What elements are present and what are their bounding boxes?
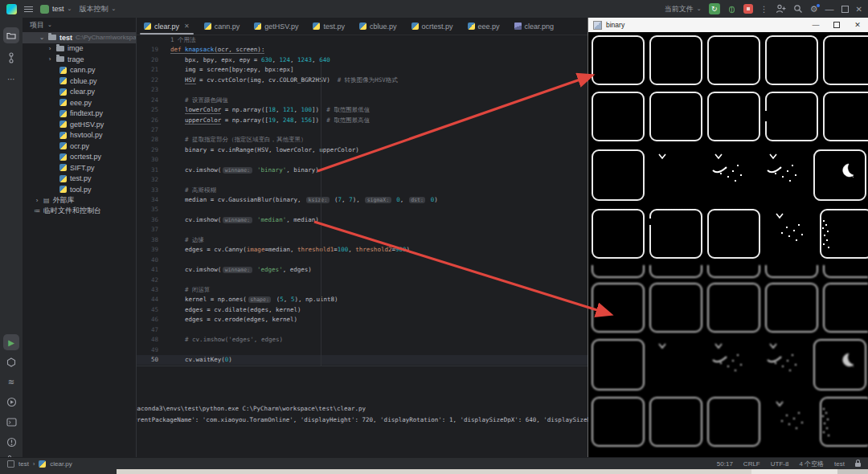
- grid-cell-box: [707, 35, 760, 85]
- grid-cell-swoosh: [704, 339, 754, 387]
- breadcrumb-file[interactable]: clear.py: [50, 460, 72, 468]
- python-file-icon: [59, 77, 67, 84]
- minimize-button[interactable]: —: [805, 18, 826, 32]
- tree-item-label: getHSV.py: [70, 121, 104, 129]
- tree-item-clear.py[interactable]: clear.py: [23, 87, 136, 98]
- project-panel: 项目 ⌄ ⌄testC:\PyCharm\workspace\test›imge…: [23, 18, 137, 458]
- tree-item-ocr.py[interactable]: ocr.py: [23, 141, 136, 152]
- terminal-tool-icon[interactable]: [3, 414, 19, 430]
- tab-label: ocrtest.py: [422, 22, 453, 31]
- chevron-down-icon: ⌄: [697, 6, 702, 12]
- binary-window-titlebar[interactable]: binary — ✕: [588, 18, 868, 32]
- tree-item-test.py[interactable]: test.py: [23, 174, 136, 185]
- problems-tool-icon[interactable]: [3, 434, 19, 450]
- breadcrumb-project[interactable]: test: [18, 460, 29, 468]
- window-close-button[interactable]: ✕: [856, 5, 862, 14]
- activity-bar: ⋯ ▶ ≋: [0, 18, 23, 458]
- breadcrumb[interactable]: test › clear.py: [7, 460, 72, 468]
- chevron-right-icon: ›: [33, 461, 35, 467]
- python-file-icon: [59, 99, 67, 106]
- more-tools-icon[interactable]: ⋯: [3, 71, 19, 87]
- pycharm-window: test ⌄ 版本控制 ⌄ 当前文件 ⌄ ↻ ⋮: [0, 0, 868, 474]
- tree-item-SIFT.py[interactable]: SIFT.py: [23, 162, 136, 174]
- add-user-icon[interactable]: [776, 4, 786, 14]
- grid-cell-box: [765, 283, 818, 333]
- tree-item-imge[interactable]: ›imge: [23, 43, 136, 55]
- tree-item-cblue.py[interactable]: cblue.py: [23, 76, 136, 87]
- python-file-icon: [204, 22, 211, 30]
- debug-icon[interactable]: [727, 5, 736, 14]
- tree-item-getHSV.py[interactable]: getHSV.py: [23, 119, 136, 130]
- python-console-tool-icon[interactable]: [3, 394, 19, 410]
- tab-cann.py[interactable]: cann.py: [197, 18, 248, 35]
- v-mark: [773, 210, 794, 235]
- tab-getHSV.py[interactable]: getHSV.py: [247, 18, 305, 35]
- module-icon: [7, 460, 14, 468]
- tab-eee.py[interactable]: eee.py: [461, 18, 507, 35]
- tab-test.py[interactable]: test.py: [305, 18, 352, 35]
- run-config-selector[interactable]: 当前文件 ⌄: [665, 4, 702, 14]
- rerun-button[interactable]: ↻: [709, 3, 720, 14]
- tree-item-trage[interactable]: ›trage: [23, 54, 136, 65]
- tree-item-外部库[interactable]: ›▤外部库: [23, 195, 136, 206]
- status-item[interactable]: CRLF: [743, 460, 760, 468]
- main-menu-icon[interactable]: [24, 6, 33, 12]
- swoosh-mark: [710, 347, 731, 371]
- services-tool-icon[interactable]: [3, 354, 19, 370]
- swoosh-mark: [710, 157, 731, 182]
- tab-ocrtest.py[interactable]: ocrtest.py: [404, 18, 461, 35]
- commit-tool-icon[interactable]: [3, 50, 19, 66]
- project-tool-icon[interactable]: [3, 27, 19, 43]
- settings-gear-icon[interactable]: ⚙: [810, 5, 818, 14]
- tree-item-临时文件和控制台[interactable]: ≔临时文件和控制台: [23, 206, 136, 217]
- tab-cblue.py[interactable]: cblue.py: [352, 18, 404, 35]
- project-selector[interactable]: test ⌄: [40, 5, 72, 14]
- status-item[interactable]: test: [834, 460, 845, 468]
- status-item[interactable]: 4 个空格: [799, 460, 824, 468]
- grid-cell-box: [707, 209, 760, 259]
- tree-item-findtext.py[interactable]: findtext.py: [23, 108, 136, 120]
- grid-row: [588, 339, 868, 390]
- status-widgets: 50:17CRLFUTF-84 个空格test: [717, 460, 861, 468]
- more-actions-icon[interactable]: ⋮: [760, 5, 768, 14]
- tree-item-eee.py[interactable]: eee.py: [23, 97, 136, 108]
- tree-item-label: eee.py: [70, 99, 92, 107]
- tab-clear.py[interactable]: clear.py✕: [137, 18, 197, 35]
- status-item[interactable]: 50:17: [717, 460, 733, 468]
- tab-clear.png[interactable]: clear.png: [507, 18, 562, 35]
- lock-icon[interactable]: [855, 463, 861, 467]
- tab-label: cann.py: [215, 22, 240, 31]
- python-file-icon: [59, 132, 67, 139]
- python-packages-tool-icon[interactable]: ≋: [3, 374, 19, 390]
- grid-cell-v: [649, 149, 699, 198]
- image-file-icon: [514, 22, 522, 30]
- grid-cell-box-crescent: [813, 149, 866, 201]
- search-icon[interactable]: [793, 4, 803, 14]
- window-app-icon: [593, 21, 602, 30]
- stop-button[interactable]: [743, 4, 753, 14]
- opencv-binary-window: binary — ✕: [588, 18, 868, 458]
- vcs-selector[interactable]: 版本控制 ⌄: [79, 4, 116, 14]
- console-line: C:\anaconda3\envs\test\python.exe C:\PyC…: [119, 403, 667, 415]
- tree-item-label: ocr.py: [70, 142, 89, 150]
- grid-row: [588, 92, 868, 141]
- folder-icon: [56, 46, 64, 51]
- tree-item-cann.py[interactable]: cann.py: [23, 65, 136, 76]
- tree-item-root[interactable]: ⌄testC:\PyCharm\workspace\test: [23, 32, 136, 43]
- run-tool-icon[interactable]: ▶: [3, 334, 19, 350]
- tree-item-label: 外部库: [53, 195, 75, 206]
- titlebar: test ⌄ 版本控制 ⌄ 当前文件 ⌄ ↻ ⋮: [0, 0, 868, 18]
- close-icon[interactable]: ✕: [184, 22, 190, 30]
- status-item[interactable]: UTF-8: [771, 460, 789, 468]
- tree-item-tool.py[interactable]: tool.py: [23, 184, 136, 195]
- window-maximize-button[interactable]: [841, 6, 849, 13]
- tree-item-hsvtool.py[interactable]: hsvtool.py: [23, 130, 136, 141]
- window-minimize-button[interactable]: —: [825, 4, 834, 14]
- grid-cell-box-bottom: [649, 265, 702, 278]
- project-panel-header[interactable]: 项目 ⌄: [23, 18, 136, 32]
- tree-item-ocrtest.py[interactable]: ocrtest.py: [23, 152, 136, 163]
- maximize-button[interactable]: [826, 18, 847, 32]
- binary-image-blurred-section: [588, 265, 868, 458]
- close-button[interactable]: ✕: [847, 18, 868, 32]
- status-bar: test › clear.py 50:17CRLFUTF-84 个空格test: [0, 457, 868, 469]
